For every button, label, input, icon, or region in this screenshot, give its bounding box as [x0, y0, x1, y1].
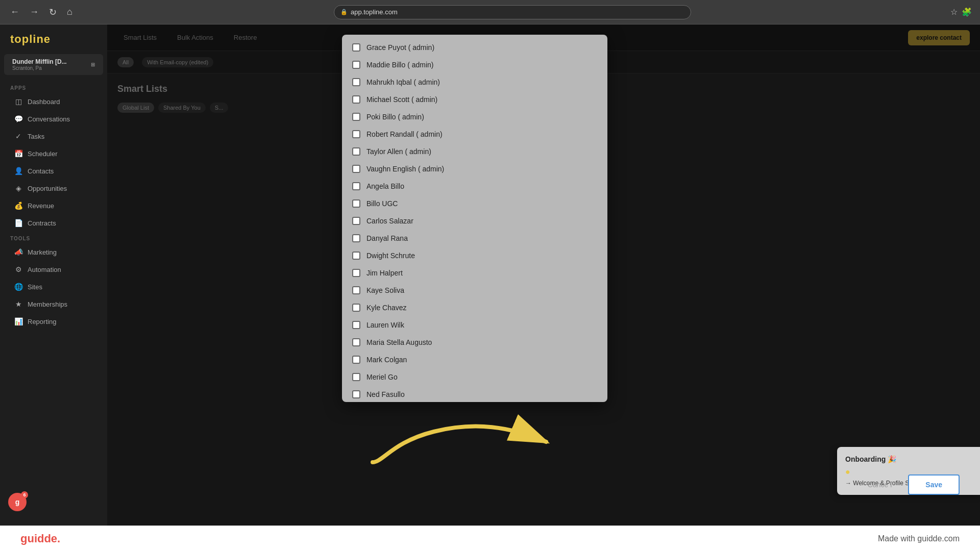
scheduler-icon: 📅	[14, 149, 22, 158]
sidebar-item-label: Contacts	[28, 167, 54, 175]
dropdown-item-danyal[interactable]: Danyal Rana	[342, 230, 607, 247]
sidebar-item-memberships[interactable]: ★ Memberships	[4, 296, 103, 312]
checkbox-maria[interactable]	[352, 338, 360, 346]
dropdown-item-maria[interactable]: Maria Stella Augusto	[342, 334, 607, 351]
org-name: Dunder Mifflin [D...	[12, 58, 87, 65]
checkbox-poki[interactable]	[352, 113, 360, 121]
dropdown-item-poki[interactable]: Poki Billo ( admin)	[342, 108, 607, 126]
item-label: Kyle Chavez	[366, 304, 407, 312]
dropdown-item-taylor[interactable]: Taylor Allen ( admin)	[342, 143, 607, 160]
dropdown-item-billo-ugc[interactable]: Billo UGC	[342, 195, 607, 212]
dropdown-item-mark[interactable]: Mark Colgan	[342, 351, 607, 368]
sidebar-item-conversations[interactable]: 💬 Conversations	[4, 111, 103, 127]
sidebar-item-contracts[interactable]: 📄 Contracts	[4, 215, 103, 231]
item-label: Maddie Billo ( admin)	[366, 61, 434, 69]
item-label: Poki Billo ( admin)	[366, 113, 424, 121]
sidebar-item-label: Automation	[28, 266, 61, 273]
dropdown-item-meriel[interactable]: Meriel Go	[342, 368, 607, 386]
item-label: Dwight Schrute	[366, 252, 415, 260]
checkbox-carlos[interactable]	[352, 217, 360, 225]
apps-section-label: Apps	[0, 81, 107, 93]
item-label: Mahrukh Iqbal ( admin)	[366, 78, 440, 86]
checkbox-vaughn[interactable]	[352, 165, 360, 173]
dropdown-item-jim[interactable]: Jim Halpert	[342, 264, 607, 282]
user-avatar[interactable]: g 6	[8, 493, 27, 511]
browser-actions: ☆ 🧩	[950, 7, 972, 17]
checkbox-mark[interactable]	[352, 356, 360, 364]
checkbox-lauren[interactable]	[352, 321, 360, 329]
cancel-button[interactable]: Cance l	[857, 474, 902, 495]
checkbox-grace[interactable]	[352, 43, 360, 52]
onboarding-title: Onboarding 🎉	[845, 455, 972, 463]
dropdown-item-vaughn[interactable]: Vaughn English ( admin)	[342, 160, 607, 178]
checkbox-kyle[interactable]	[352, 304, 360, 312]
save-button[interactable]: Save	[908, 474, 960, 495]
checkbox-danyal[interactable]	[352, 234, 360, 242]
sidebar-item-marketing[interactable]: 📣 Marketing	[4, 244, 103, 260]
checkbox-angela[interactable]	[352, 182, 360, 190]
sidebar-item-label: Tasks	[28, 133, 44, 140]
dropdown-item-robert[interactable]: Robert Randall ( admin)	[342, 126, 607, 143]
checkbox-taylor[interactable]	[352, 147, 360, 156]
guidde-logo: guidde.	[20, 532, 60, 545]
home-button[interactable]: ⌂	[65, 5, 75, 19]
memberships-icon: ★	[14, 300, 22, 308]
checkbox-robert[interactable]	[352, 130, 360, 138]
checkbox-ned[interactable]	[352, 390, 360, 398]
item-label: Vaughn English ( admin)	[366, 165, 444, 173]
checkbox-mahrukh[interactable]	[352, 78, 360, 86]
sidebar-item-label: Opportunities	[28, 185, 67, 192]
sidebar-bottom: g 6	[0, 487, 107, 517]
avatar-initials: g	[15, 498, 20, 506]
sidebar-item-reporting[interactable]: 📊 Reporting	[4, 313, 103, 330]
dropdown-item-dwight[interactable]: Dwight Schrute	[342, 247, 607, 264]
dropdown-item-lauren[interactable]: Lauren Wilk	[342, 316, 607, 334]
checkbox-meriel[interactable]	[352, 373, 360, 381]
star-button[interactable]: ☆	[950, 7, 958, 17]
sidebar-item-revenue[interactable]: 💰 Revenue	[4, 197, 103, 214]
dropdown-item-kaye[interactable]: Kaye Soliva	[342, 282, 607, 299]
refresh-button[interactable]: ↻	[47, 5, 59, 20]
dropdown-item-maddie[interactable]: Maddie Billo ( admin)	[342, 56, 607, 73]
sites-icon: 🌐	[14, 283, 22, 291]
tasks-icon: ✓	[14, 132, 22, 140]
dropdown-item-kyle[interactable]: Kyle Chavez	[342, 299, 607, 316]
back-button[interactable]: ←	[8, 5, 21, 19]
dropdown-item-michael[interactable]: Michael Scott ( admin)	[342, 91, 607, 108]
checkbox-michael[interactable]	[352, 95, 360, 104]
sidebar-item-label: Conversations	[28, 115, 70, 123]
notification-badge: 6	[21, 491, 28, 498]
contacts-icon: 👤	[14, 167, 22, 175]
dropdown-item-mahrukh[interactable]: Mahrukh Iqbal ( admin)	[342, 73, 607, 91]
sidebar-item-dashboard[interactable]: ◫ Dashboard	[4, 93, 103, 110]
sidebar-item-contacts[interactable]: 👤 Contacts	[4, 163, 103, 179]
sidebar-item-automation[interactable]: ⚙ Automation	[4, 261, 103, 278]
dropdown-item-carlos[interactable]: Carlos Salazar	[342, 212, 607, 230]
url-bar[interactable]: 🔒 app.topline.com	[334, 5, 691, 19]
lock-icon: 🔒	[340, 9, 348, 15]
sidebar-item-scheduler[interactable]: 📅 Scheduler	[4, 145, 103, 162]
sidebar-item-sites[interactable]: 🌐 Sites	[4, 279, 103, 295]
checkbox-billo-ugc[interactable]	[352, 199, 360, 208]
extension-button[interactable]: 🧩	[962, 7, 972, 17]
sidebar-item-label: Scheduler	[28, 150, 58, 158]
dropdown-item-grace[interactable]: Grace Puyot ( admin)	[342, 39, 607, 56]
sidebar-item-label: Dashboard	[28, 98, 60, 106]
checkbox-dwight[interactable]	[352, 252, 360, 260]
checkbox-maddie[interactable]	[352, 61, 360, 69]
forward-button[interactable]: →	[28, 5, 41, 19]
sidebar-item-tasks[interactable]: ✓ Tasks	[4, 128, 103, 144]
dropdown-item-angela[interactable]: Angela Billo	[342, 178, 607, 195]
sidebar-item-opportunities[interactable]: ◈ Opportunities	[4, 180, 103, 196]
sidebar-item-label: Contracts	[28, 219, 56, 227]
checkbox-jim[interactable]	[352, 269, 360, 277]
item-label: Angela Billo	[366, 182, 404, 190]
item-label: Michael Scott ( admin)	[366, 95, 437, 104]
dropdown-item-ned[interactable]: Ned Fasullo	[342, 386, 607, 402]
org-selector[interactable]: Dunder Mifflin [D... Scranton, Pa ⊞	[4, 54, 103, 75]
checkbox-kaye[interactable]	[352, 286, 360, 294]
revenue-icon: 💰	[14, 202, 22, 210]
automation-icon: ⚙	[14, 265, 22, 273]
sidebar-item-label: Reporting	[28, 318, 56, 325]
footer-tagline: Made with guidde.com	[878, 534, 960, 543]
